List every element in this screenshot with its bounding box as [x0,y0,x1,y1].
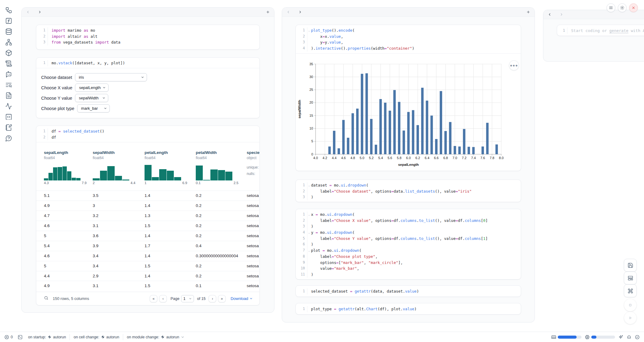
table-row[interactable]: 53.61.40.2setosa [36,231,259,241]
cell-xy-plot-dropdowns[interactable]: 1⌄x = mo.ui.dropdown(2 label="Choose X v… [295,209,521,280]
next-page-button[interactable]: › [209,295,216,302]
table-cell: 1.4 [145,251,150,261]
outline-search-icon[interactable] [5,81,13,89]
bar [486,123,488,154]
column-header-petalLength[interactable]: petalLengthfloat6416.9 [145,142,187,185]
keyboard-shortcuts-button[interactable] [624,284,637,297]
runtime-config-item[interactable]: on module change:autorun [127,335,184,339]
cell-plot-type[interactable]: 1plot_type = getattr(alt.Chart(df), plot… [295,303,521,315]
fold-chevron-icon[interactable]: ⌄ [308,28,310,34]
settings-button[interactable] [618,3,627,12]
add-cell-icon[interactable] [526,10,530,14]
error-counter[interactable]: 0 [4,335,13,340]
snippets-icon[interactable] [5,113,13,121]
prev-page-button[interactable]: ‹ [159,295,167,302]
column-header-petalWidth[interactable]: petalWidthfloat640.12.5 [196,142,238,185]
table-cell: 0.2 [196,191,202,201]
terminal-button[interactable] [18,335,23,340]
column-header-species[interactable]: speciesobjectunique:nulls: [247,142,260,177]
fold-chevron-icon[interactable]: ⌄ [308,212,310,218]
table-cell: 3.2 [93,211,98,221]
datasources-icon[interactable] [5,27,13,35]
packages-icon[interactable] [5,49,13,57]
scratchpad-icon[interactable] [5,123,13,131]
code-editor-plot[interactable]: 1⌄plot_type().encode(2 x=x.value,3 y=y.v… [296,25,521,54]
save-button[interactable] [624,259,637,272]
ai-chat-icon[interactable] [5,70,13,78]
code-line: plot_type = getattr(alt.Chart(df), plot.… [307,306,417,312]
table-row[interactable]: 4.42.91.40.2setosa [36,271,259,281]
fold-chevron-icon[interactable]: ⌄ [308,230,310,236]
column-next-icon[interactable] [298,10,302,14]
column-header-sepalWidth[interactable]: sepalWidthfloat6424.4 [93,142,135,185]
column-prev-icon[interactable] [548,12,552,16]
code-editor-plot-type[interactable]: 1plot_type = getattr(alt.Chart(df), plot… [296,303,521,314]
runtime-config-item[interactable]: on startup:autorun [28,335,66,339]
column-range: 24.4 [93,181,135,185]
column-header-sepalLength[interactable]: sepalLengthfloat644.37.9 [44,142,87,185]
layout-button[interactable] [624,272,637,284]
table-row[interactable]: 4.931.40.2setosa [36,201,259,211]
code-editor-dataset[interactable]: 1⌄dataset = mo.ui.dropdown(2 label="Choo… [296,180,521,202]
documentation-icon[interactable] [5,91,13,99]
code-editor-imports[interactable]: 1import marimo as mo2import altair as al… [36,25,259,47]
search-icon[interactable] [44,296,48,301]
table-row[interactable]: 4.63.41.40.30000000000000004setosa [36,251,259,261]
choose-dataset-dropdown[interactable]: iris [75,73,147,81]
last-page-button[interactable]: » [218,295,226,302]
choose-y-value-dropdown[interactable]: sepalWidth [75,94,108,102]
fold-chevron-icon[interactable]: ⌄ [308,183,310,189]
help-icon[interactable] [5,134,13,142]
cell-selected-dataset[interactable]: 1selected_dataset = getattr(data, datase… [295,285,521,297]
choose-plot-type-dropdown[interactable]: mark_bar [77,104,110,112]
code-editor-xyplot[interactable]: 1⌄x = mo.ui.dropdown(2 label="Choose X v… [296,209,521,280]
code-editor-vstack[interactable]: 1mo.vstack([dataset, x, y, plot]) [36,58,259,68]
column-next-icon[interactable] [560,12,564,16]
code-editor-selected[interactable]: 1selected_dataset = getattr(data, datase… [296,286,521,296]
page-select[interactable]: 1 [181,295,194,302]
column-prev-icon[interactable] [26,10,30,14]
fold-chevron-icon[interactable]: ⌄ [308,248,310,254]
choose-x-value-dropdown[interactable]: sepalLength [75,84,109,92]
svg-text:7.2: 7.2 [462,156,467,160]
table-row[interactable]: 53.41.50.2setosa [36,261,259,271]
bar [352,113,354,154]
ai-assist-button[interactable] [618,335,623,340]
table-row[interactable]: 5.43.91.70.4setosa [36,241,259,251]
table-row[interactable]: 4.93.11.50.1setosa [36,281,259,291]
add-cell-icon[interactable] [266,10,270,14]
column-next-icon[interactable] [38,10,42,14]
column-prev-icon[interactable] [286,10,290,14]
code-editor-df[interactable]: 1df = selected_dataset()2df [36,126,259,142]
tracing-icon[interactable] [5,102,13,110]
table-row[interactable]: 4.73.21.30.2setosa [36,211,259,221]
svg-text:25: 25 [309,88,313,91]
menu-button[interactable] [606,3,615,12]
column-dtype: object [247,156,260,160]
logs-icon[interactable] [5,59,13,67]
first-page-button[interactable]: « [150,295,157,302]
dependencies-icon[interactable] [5,38,13,46]
table-cell: 1.4 [145,231,150,241]
table-row[interactable]: 5.13.51.40.2setosa [36,191,259,201]
shutdown-button[interactable] [629,3,638,12]
run-button[interactable] [624,312,636,324]
file-tree-icon[interactable] [5,6,13,14]
runtime-config-item[interactable]: on cell change:autorun [73,335,119,339]
bar [389,111,391,154]
stop-button[interactable] [624,299,636,311]
table-cell: 5.4 [44,241,50,251]
variables-icon[interactable] [5,17,13,25]
connection-status[interactable] [635,335,640,340]
bot-icon [627,335,631,340]
cell-dataset-dropdown[interactable]: 1⌄dataset = mo.ui.dropdown(2 label="Choo… [295,180,521,202]
table-row[interactable]: 4.63.11.50.2setosa [36,221,259,231]
chart-actions-button[interactable]: ●●● [509,60,519,70]
download-button[interactable]: Download [231,296,253,301]
bar [481,146,484,154]
cell-imports[interactable]: 1import marimo as mo2import altair as al… [36,25,260,50]
cell-empty[interactable]: 1 Start coding or generate with AI [557,25,644,36]
copilot-button[interactable] [627,335,631,340]
generate-link[interactable]: generate [609,28,628,33]
editor-placeholder[interactable]: Start coding or generate with AI [567,27,644,34]
